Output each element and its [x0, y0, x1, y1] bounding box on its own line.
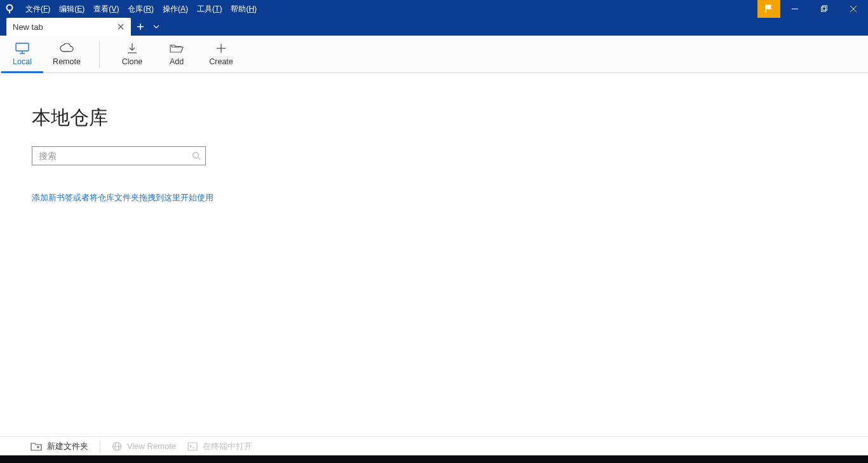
window-controls: [780, 0, 868, 18]
page-title: 本地仓库: [32, 105, 868, 131]
menu-help[interactable]: 帮助(H): [231, 4, 257, 15]
cloud-icon: [59, 42, 74, 55]
globe-icon: [112, 441, 122, 452]
plus-icon: [216, 42, 226, 55]
app-icon: [0, 4, 19, 14]
menu-tools[interactable]: 工具(T): [197, 4, 222, 15]
monitor-icon: [15, 42, 29, 55]
maximize-icon: [820, 5, 828, 13]
add-label: Add: [170, 57, 184, 66]
statusbar: 新建文件夹 View Remote 在终端中打开: [0, 436, 868, 455]
menu-repo[interactable]: 仓库(R): [128, 4, 154, 15]
view-remote-label: View Remote: [127, 441, 176, 451]
close-icon: [118, 24, 124, 30]
clone-button[interactable]: Clone: [110, 36, 154, 73]
tabstrip: New tab: [0, 18, 868, 36]
folder-open-icon: [170, 42, 184, 55]
toolbar: Local Remote Clone Add Create: [0, 36, 868, 73]
status-separator: [100, 441, 100, 452]
svg-rect-1: [9, 10, 10, 13]
view-remote-button[interactable]: View Remote: [112, 441, 176, 452]
svg-rect-3: [822, 7, 826, 11]
terminal-icon: [187, 442, 198, 451]
search-wrap: [32, 146, 206, 165]
close-icon: [850, 5, 857, 13]
open-terminal-label: 在终端中打开: [203, 441, 252, 452]
new-folder-button[interactable]: 新建文件夹: [31, 441, 88, 452]
svg-rect-4: [823, 6, 827, 10]
clone-label: Clone: [122, 57, 143, 66]
menu-edit[interactable]: 编辑(E): [59, 4, 85, 15]
minimize-icon: [791, 5, 799, 13]
download-icon: [126, 42, 138, 55]
create-label: Create: [209, 57, 233, 66]
minimize-button[interactable]: [780, 0, 810, 18]
svg-rect-25: [188, 443, 197, 450]
search-input[interactable]: [32, 146, 206, 165]
local-button[interactable]: Local: [0, 36, 44, 73]
search-icon: [192, 151, 201, 160]
open-terminal-button[interactable]: 在终端中打开: [187, 441, 252, 452]
new-tab-button[interactable]: [131, 18, 150, 36]
flag-icon: [764, 4, 773, 13]
tab-close-button[interactable]: [116, 22, 126, 32]
close-button[interactable]: [839, 0, 868, 18]
new-folder-icon: [31, 442, 42, 451]
plus-icon: [136, 22, 145, 31]
svg-line-19: [198, 158, 200, 160]
svg-rect-11: [16, 43, 29, 51]
svg-point-0: [7, 5, 13, 11]
notification-flag-button[interactable]: [757, 0, 780, 18]
taskbar-strip: [0, 455, 868, 463]
titlebar: 文件(F) 编辑(E) 查看(V) 仓库(R) 操作(A) 工具(T) 帮助(H…: [0, 0, 868, 18]
add-bookmark-hint[interactable]: 添加新书签或者将仓库文件夹拖拽到这里开始使用: [32, 192, 214, 204]
menu-action[interactable]: 操作(A): [163, 4, 188, 15]
svg-point-18: [193, 153, 199, 158]
tab-label: New tab: [13, 22, 43, 32]
menu-file[interactable]: 文件(F): [25, 4, 50, 15]
toolbar-separator: [99, 41, 100, 67]
tab-dropdown-button[interactable]: [150, 18, 163, 36]
menu-bar: 文件(F) 编辑(E) 查看(V) 仓库(R) 操作(A) 工具(T) 帮助(H…: [19, 4, 257, 15]
maximize-button[interactable]: [810, 0, 839, 18]
local-label: Local: [13, 57, 32, 66]
create-button[interactable]: Create: [199, 36, 243, 73]
remote-label: Remote: [53, 57, 81, 66]
caret-down-icon: [153, 24, 159, 30]
remote-button[interactable]: Remote: [44, 36, 89, 73]
main-content: 本地仓库 添加新书签或者将仓库文件夹拖拽到这里开始使用: [0, 73, 868, 436]
tab-new[interactable]: New tab: [6, 18, 131, 36]
new-folder-label: 新建文件夹: [47, 441, 88, 452]
menu-view[interactable]: 查看(V): [93, 4, 119, 15]
add-button[interactable]: Add: [154, 36, 199, 73]
